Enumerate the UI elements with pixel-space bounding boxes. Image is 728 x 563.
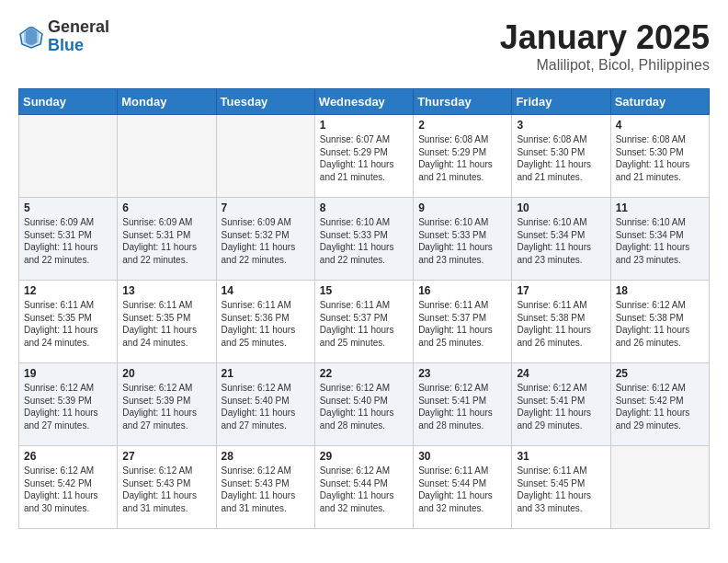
day-info: Sunrise: 6:12 AM Sunset: 5:41 PM Dayligh…: [517, 382, 605, 431]
day-info: Sunrise: 6:08 AM Sunset: 5:30 PM Dayligh…: [616, 133, 704, 183]
calendar-cell: [216, 115, 314, 198]
day-info: Sunrise: 6:10 AM Sunset: 5:34 PM Dayligh…: [517, 216, 605, 266]
day-number: 12: [24, 284, 112, 297]
weekday-header: Wednesday: [314, 89, 413, 115]
day-number: 19: [24, 367, 112, 380]
weekday-row: SundayMondayTuesdayWednesdayThursdayFrid…: [19, 89, 710, 115]
calendar-cell: 13Sunrise: 6:11 AM Sunset: 5:35 PM Dayli…: [118, 281, 216, 363]
logo-general: General: [48, 17, 109, 36]
day-number: 21: [222, 367, 310, 380]
day-info: Sunrise: 6:12 AM Sunset: 5:41 PM Dayligh…: [418, 382, 506, 431]
logo: General Blue: [18, 18, 109, 55]
calendar-cell: 14Sunrise: 6:11 AM Sunset: 5:36 PM Dayli…: [216, 281, 314, 363]
calendar-cell: 31Sunrise: 6:11 AM Sunset: 5:45 PM Dayli…: [512, 446, 610, 529]
calendar-cell: 12Sunrise: 6:11 AM Sunset: 5:35 PM Dayli…: [19, 281, 118, 363]
calendar-week-row: 1Sunrise: 6:07 AM Sunset: 5:29 PM Daylig…: [19, 115, 710, 198]
weekday-header: Sunday: [19, 89, 118, 115]
calendar-title: January 2025: [500, 18, 710, 57]
calendar-cell: [118, 115, 216, 198]
day-number: 17: [517, 284, 605, 297]
day-number: 10: [517, 201, 605, 214]
day-info: Sunrise: 6:10 AM Sunset: 5:33 PM Dayligh…: [418, 216, 506, 266]
day-number: 9: [418, 201, 506, 214]
day-info: Sunrise: 6:11 AM Sunset: 5:35 PM Dayligh…: [24, 299, 112, 349]
weekday-header: Thursday: [414, 89, 512, 115]
calendar-cell: 18Sunrise: 6:12 AM Sunset: 5:38 PM Dayli…: [610, 281, 709, 363]
logo-blue: Blue: [48, 36, 84, 54]
calendar-cell: 15Sunrise: 6:11 AM Sunset: 5:37 PM Dayli…: [314, 281, 413, 363]
day-number: 20: [122, 367, 210, 380]
page-header: General Blue January 2025 Malilipot, Bic…: [18, 18, 710, 74]
day-number: 1: [320, 119, 408, 132]
day-number: 15: [320, 284, 408, 297]
calendar-cell: 8Sunrise: 6:10 AM Sunset: 5:33 PM Daylig…: [314, 198, 413, 281]
day-info: Sunrise: 6:11 AM Sunset: 5:35 PM Dayligh…: [122, 299, 210, 349]
day-info: Sunrise: 6:12 AM Sunset: 5:43 PM Dayligh…: [222, 465, 310, 514]
day-info: Sunrise: 6:12 AM Sunset: 5:44 PM Dayligh…: [320, 465, 408, 514]
day-number: 8: [320, 201, 408, 214]
day-number: 26: [24, 450, 112, 463]
day-number: 25: [616, 367, 704, 380]
calendar-cell: 3Sunrise: 6:08 AM Sunset: 5:30 PM Daylig…: [512, 115, 610, 198]
calendar-cell: 16Sunrise: 6:11 AM Sunset: 5:37 PM Dayli…: [414, 281, 512, 363]
logo-text: General Blue: [48, 18, 109, 55]
day-number: 2: [418, 119, 506, 132]
calendar-cell: 9Sunrise: 6:10 AM Sunset: 5:33 PM Daylig…: [414, 198, 512, 281]
calendar-cell: 24Sunrise: 6:12 AM Sunset: 5:41 PM Dayli…: [512, 363, 610, 446]
day-info: Sunrise: 6:11 AM Sunset: 5:44 PM Dayligh…: [418, 465, 506, 514]
calendar-cell: 26Sunrise: 6:12 AM Sunset: 5:42 PM Dayli…: [19, 446, 118, 529]
calendar-cell: 21Sunrise: 6:12 AM Sunset: 5:40 PM Dayli…: [216, 363, 314, 446]
calendar-week-row: 5Sunrise: 6:09 AM Sunset: 5:31 PM Daylig…: [19, 198, 710, 281]
weekday-header: Saturday: [610, 89, 709, 115]
calendar-subtitle: Malilipot, Bicol, Philippines: [500, 57, 710, 74]
day-number: 3: [517, 119, 605, 132]
day-info: Sunrise: 6:12 AM Sunset: 5:40 PM Dayligh…: [320, 382, 408, 431]
calendar-cell: 11Sunrise: 6:10 AM Sunset: 5:34 PM Dayli…: [610, 198, 709, 281]
day-number: 16: [418, 284, 506, 297]
calendar-cell: 2Sunrise: 6:08 AM Sunset: 5:29 PM Daylig…: [414, 115, 512, 198]
day-number: 11: [616, 201, 704, 214]
calendar-cell: 6Sunrise: 6:09 AM Sunset: 5:31 PM Daylig…: [118, 198, 216, 281]
day-info: Sunrise: 6:12 AM Sunset: 5:42 PM Dayligh…: [616, 382, 704, 431]
day-number: 24: [517, 367, 605, 380]
title-block: January 2025 Malilipot, Bicol, Philippin…: [500, 18, 710, 74]
calendar-cell: 10Sunrise: 6:10 AM Sunset: 5:34 PM Dayli…: [512, 198, 610, 281]
day-number: 13: [122, 284, 210, 297]
day-info: Sunrise: 6:12 AM Sunset: 5:42 PM Dayligh…: [24, 465, 112, 514]
calendar-cell: 25Sunrise: 6:12 AM Sunset: 5:42 PM Dayli…: [610, 363, 709, 446]
calendar-cell: 29Sunrise: 6:12 AM Sunset: 5:44 PM Dayli…: [314, 446, 413, 529]
day-info: Sunrise: 6:12 AM Sunset: 5:39 PM Dayligh…: [24, 382, 112, 431]
calendar-cell: 19Sunrise: 6:12 AM Sunset: 5:39 PM Dayli…: [19, 363, 118, 446]
day-number: 4: [616, 119, 704, 132]
day-info: Sunrise: 6:11 AM Sunset: 5:37 PM Dayligh…: [418, 299, 506, 349]
day-info: Sunrise: 6:11 AM Sunset: 5:36 PM Dayligh…: [222, 299, 310, 349]
day-info: Sunrise: 6:12 AM Sunset: 5:39 PM Dayligh…: [122, 382, 210, 431]
day-number: 22: [320, 367, 408, 380]
day-number: 6: [122, 201, 210, 214]
calendar-table: SundayMondayTuesdayWednesdayThursdayFrid…: [18, 88, 710, 529]
calendar-cell: 22Sunrise: 6:12 AM Sunset: 5:40 PM Dayli…: [314, 363, 413, 446]
calendar-cell: 17Sunrise: 6:11 AM Sunset: 5:38 PM Dayli…: [512, 281, 610, 363]
day-number: 7: [222, 201, 310, 214]
day-number: 30: [418, 450, 506, 463]
day-number: 27: [122, 450, 210, 463]
day-number: 5: [24, 201, 112, 214]
day-info: Sunrise: 6:10 AM Sunset: 5:33 PM Dayligh…: [320, 216, 408, 266]
calendar-cell: 1Sunrise: 6:07 AM Sunset: 5:29 PM Daylig…: [314, 115, 413, 198]
calendar-cell: 7Sunrise: 6:09 AM Sunset: 5:32 PM Daylig…: [216, 198, 314, 281]
calendar-cell: [610, 446, 709, 529]
day-number: 28: [222, 450, 310, 463]
day-info: Sunrise: 6:12 AM Sunset: 5:40 PM Dayligh…: [222, 382, 310, 431]
calendar-cell: 5Sunrise: 6:09 AM Sunset: 5:31 PM Daylig…: [19, 198, 118, 281]
day-number: 29: [320, 450, 408, 463]
weekday-header: Friday: [512, 89, 610, 115]
logo-icon: [18, 24, 44, 50]
calendar-cell: 20Sunrise: 6:12 AM Sunset: 5:39 PM Dayli…: [118, 363, 216, 446]
day-info: Sunrise: 6:11 AM Sunset: 5:37 PM Dayligh…: [320, 299, 408, 349]
calendar-cell: 27Sunrise: 6:12 AM Sunset: 5:43 PM Dayli…: [118, 446, 216, 529]
day-number: 14: [222, 284, 310, 297]
calendar-week-row: 12Sunrise: 6:11 AM Sunset: 5:35 PM Dayli…: [19, 281, 710, 363]
day-info: Sunrise: 6:07 AM Sunset: 5:29 PM Dayligh…: [320, 133, 408, 183]
calendar-week-row: 26Sunrise: 6:12 AM Sunset: 5:42 PM Dayli…: [19, 446, 710, 529]
calendar-cell: [19, 115, 118, 198]
